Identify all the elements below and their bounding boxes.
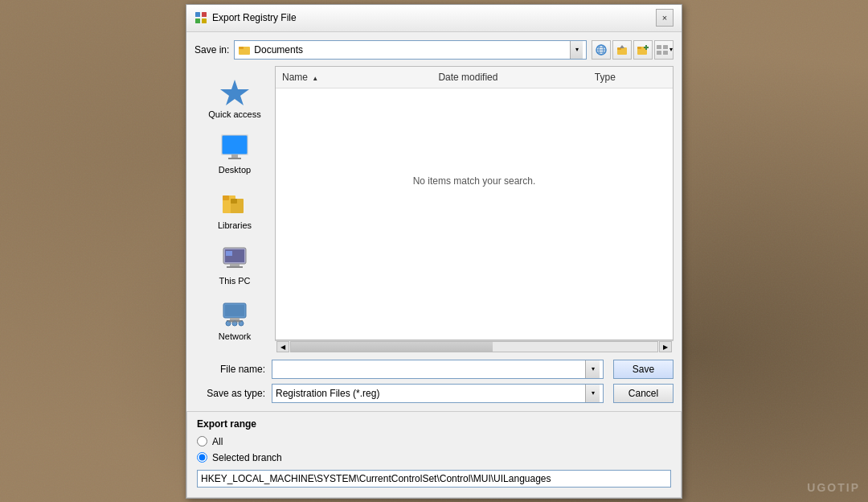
scroll-left-btn[interactable]: ◀ (276, 341, 289, 352)
left-panel: Quick access Desktop (194, 66, 275, 353)
svg-rect-37 (225, 305, 244, 316)
svg-rect-38 (230, 318, 240, 320)
cancel-button-container: Cancel (613, 384, 674, 403)
quick-access-icon (220, 78, 249, 107)
save-as-type-value: Registration Files (*.reg) (276, 388, 585, 399)
save-in-value: Documents (254, 44, 567, 56)
toolbar-newfolder-btn[interactable] (633, 40, 653, 60)
nav-label-this-pc: This PC (219, 276, 250, 286)
export-range: Export range All Selected branch (186, 411, 682, 498)
watermark: UGOTIP (807, 481, 860, 494)
horizontal-scrollbar[interactable]: ◀ ▶ (275, 340, 674, 353)
svg-rect-1 (202, 12, 207, 17)
libraries-icon (220, 189, 249, 218)
title-bar-left: Export Registry File (194, 11, 297, 24)
radio-selected-branch[interactable] (197, 452, 207, 463)
save-in-label: Save in: (194, 44, 229, 56)
svg-rect-30 (231, 199, 237, 204)
file-list-content: No items match your search. (276, 88, 673, 274)
svg-rect-26 (228, 158, 241, 159)
radio-all-label: All (212, 436, 223, 447)
nav-label-desktop: Desktop (219, 165, 251, 175)
svg-rect-19 (663, 45, 668, 49)
save-as-type-combo[interactable]: Registration Files (*.reg) ▾ (272, 384, 604, 403)
svg-rect-18 (657, 45, 661, 49)
nav-label-libraries: Libraries (218, 220, 252, 230)
nav-item-quick-access[interactable]: Quick access (199, 72, 271, 125)
scroll-track[interactable] (290, 341, 658, 352)
save-as-type-row: Save as type: Registration Files (*.reg)… (194, 384, 674, 403)
svg-rect-28 (223, 195, 229, 200)
export-registry-dialog: Export Registry File × Save in: Document… (186, 4, 682, 499)
svg-rect-35 (226, 251, 232, 256)
file-name-row: File name: ▾ Save (194, 360, 674, 379)
svg-rect-0 (195, 12, 200, 17)
col-header-name[interactable]: Name ▲ (276, 70, 432, 84)
save-as-type-label: Save as type: (194, 388, 265, 399)
folder-small-icon (238, 43, 251, 56)
up-folder-icon (616, 43, 628, 56)
file-name-dropdown-arrow[interactable]: ▾ (585, 360, 600, 378)
nav-label-quick-access: Quick access (208, 109, 260, 119)
save-as-type-dropdown-arrow[interactable]: ▾ (585, 385, 600, 402)
svg-marker-22 (220, 80, 249, 105)
branch-value-input[interactable] (197, 470, 671, 488)
toolbar-buttons: ▾ (592, 40, 674, 60)
toolbar-internet-btn[interactable] (592, 40, 611, 60)
svg-rect-25 (231, 154, 238, 158)
file-list-header: Name ▲ Date modified Type (276, 67, 673, 88)
svg-rect-21 (663, 51, 668, 55)
export-range-title: Export range (197, 418, 671, 430)
svg-rect-33 (230, 264, 240, 266)
col-header-date[interactable]: Date modified (432, 70, 588, 84)
view-icon (656, 43, 669, 56)
nav-label-network: Network (219, 331, 251, 341)
svg-rect-20 (657, 51, 661, 55)
save-in-dropdown-arrow[interactable]: ▾ (570, 41, 583, 59)
empty-message: No items match your search. (413, 175, 536, 187)
file-list-area[interactable]: Name ▲ Date modified Type No items match… (275, 66, 674, 340)
nav-item-desktop[interactable]: Desktop (199, 128, 271, 180)
action-buttons: Save (613, 360, 674, 379)
nav-item-this-pc[interactable]: This PC (199, 239, 271, 291)
svg-rect-34 (227, 266, 243, 268)
svg-rect-2 (195, 19, 200, 23)
save-button[interactable]: Save (613, 360, 674, 379)
svg-rect-15 (637, 47, 641, 49)
svg-marker-13 (620, 45, 624, 48)
globe-icon (595, 43, 608, 56)
dialog-title: Export Registry File (212, 12, 297, 23)
save-in-combo[interactable]: Documents ▾ (234, 40, 587, 60)
nav-item-network[interactable]: Network (199, 294, 271, 347)
cancel-button[interactable]: Cancel (613, 384, 674, 403)
toolbar-view-btn[interactable]: ▾ (654, 40, 674, 60)
this-pc-icon (220, 245, 249, 274)
save-in-row: Save in: Documents ▾ (194, 40, 674, 60)
new-folder-icon (637, 43, 649, 56)
bottom-fields: File name: ▾ Save Save as type: Registra… (194, 360, 674, 403)
title-bar: Export Registry File × (186, 5, 682, 32)
col-header-type[interactable]: Type (588, 70, 673, 84)
file-name-label: File name: (194, 364, 265, 375)
dialog-body: Save in: Documents ▾ (186, 32, 682, 498)
file-list-container: Name ▲ Date modified Type No items match… (275, 66, 674, 353)
radio-all[interactable] (197, 436, 207, 446)
close-button[interactable]: × (656, 9, 674, 27)
view-dropdown-arrow: ▾ (669, 46, 673, 53)
radio-all-row: All (197, 436, 671, 447)
registry-editor-icon (194, 11, 207, 24)
nav-item-libraries[interactable]: Libraries (199, 183, 271, 236)
svg-rect-23 (222, 135, 248, 154)
desktop-icon (220, 134, 249, 163)
main-area: Quick access Desktop (194, 66, 674, 353)
toolbar-up-btn[interactable] (612, 40, 632, 60)
scroll-thumb[interactable] (291, 342, 493, 352)
svg-rect-5 (239, 47, 244, 49)
svg-rect-3 (202, 19, 207, 23)
radio-selected-branch-label: Selected branch (212, 452, 282, 463)
file-name-combo[interactable]: ▾ (272, 360, 604, 379)
radio-selected-row: Selected branch (197, 452, 671, 463)
scroll-right-btn[interactable]: ▶ (659, 341, 672, 352)
network-icon (220, 300, 249, 329)
